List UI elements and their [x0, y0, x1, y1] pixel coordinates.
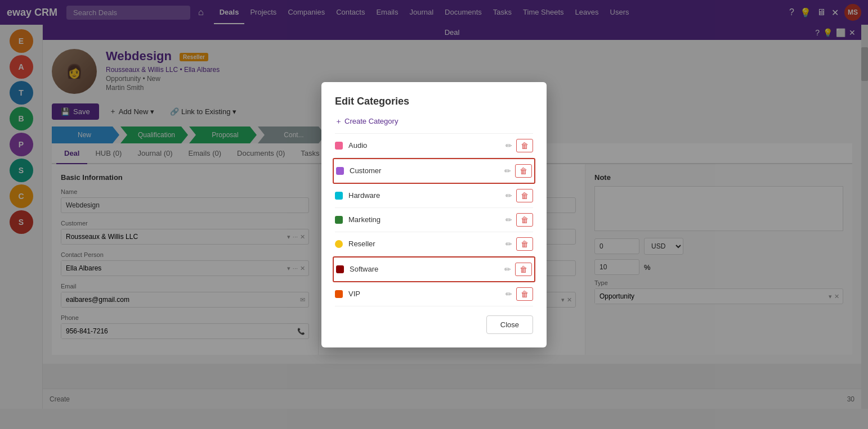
close-button[interactable]: Close: [486, 315, 533, 334]
category-item-vip: VIP ✏ 🗑: [335, 282, 533, 306]
category-item-customer: Customer ✏ 🗑: [333, 158, 535, 184]
customer-name: Customer: [350, 166, 496, 175]
category-item-reseller: Reseller ✏ 🗑: [335, 232, 533, 256]
hardware-actions: ✏ 🗑: [503, 189, 533, 202]
customer-color: [336, 167, 344, 175]
customer-delete-button[interactable]: 🗑: [515, 164, 532, 178]
vip-color: [335, 290, 343, 298]
hardware-edit-button[interactable]: ✏: [503, 189, 515, 202]
reseller-actions: ✏ 🗑: [503, 237, 533, 251]
audio-edit-button[interactable]: ✏: [503, 139, 515, 152]
vip-edit-button[interactable]: ✏: [503, 288, 515, 300]
software-color: [336, 265, 344, 273]
audio-name: Audio: [348, 141, 497, 150]
reseller-name: Reseller: [348, 240, 497, 248]
software-delete-button[interactable]: 🗑: [515, 263, 532, 276]
audio-color: [335, 142, 343, 150]
vip-name: VIP: [348, 290, 497, 298]
category-item-marketing: Marketing ✏ 🗑: [335, 208, 533, 232]
software-actions: ✏ 🗑: [502, 263, 532, 276]
create-category-label: Create Category: [344, 117, 398, 125]
modal-overlay[interactable]: Edit Categories ＋ Create Category Audio …: [0, 0, 868, 409]
category-item-software: Software ✏ 🗑: [333, 256, 535, 282]
marketing-color: [335, 216, 343, 224]
reseller-edit-button[interactable]: ✏: [503, 238, 515, 250]
hardware-delete-button[interactable]: 🗑: [516, 189, 533, 202]
edit-categories-modal: Edit Categories ＋ Create Category Audio …: [321, 82, 547, 347]
marketing-name: Marketing: [348, 215, 497, 224]
category-list: Audio ✏ 🗑 Customer ✏ 🗑 Hardware: [335, 133, 533, 306]
create-category-link[interactable]: ＋ Create Category: [335, 116, 533, 127]
reseller-delete-button[interactable]: 🗑: [516, 237, 533, 251]
audio-delete-button[interactable]: 🗑: [516, 139, 533, 152]
software-name: Software: [350, 265, 496, 273]
marketing-edit-button[interactable]: ✏: [503, 214, 515, 226]
reseller-color: [335, 240, 343, 248]
create-plus-icon: ＋: [335, 116, 342, 127]
category-item-audio: Audio ✏ 🗑: [335, 134, 533, 158]
vip-delete-button[interactable]: 🗑: [516, 287, 533, 301]
hardware-color: [335, 192, 343, 200]
category-item-hardware: Hardware ✏ 🗑: [335, 184, 533, 208]
marketing-delete-button[interactable]: 🗑: [516, 213, 533, 227]
modal-footer: Close: [335, 315, 533, 334]
audio-actions: ✏ 🗑: [503, 139, 533, 152]
marketing-actions: ✏ 🗑: [503, 213, 533, 227]
customer-actions: ✏ 🗑: [502, 164, 532, 178]
modal-title: Edit Categories: [335, 96, 533, 107]
customer-edit-button[interactable]: ✏: [502, 165, 514, 177]
hardware-name: Hardware: [348, 191, 497, 200]
vip-actions: ✏ 🗑: [503, 287, 533, 301]
software-edit-button[interactable]: ✏: [502, 263, 514, 276]
